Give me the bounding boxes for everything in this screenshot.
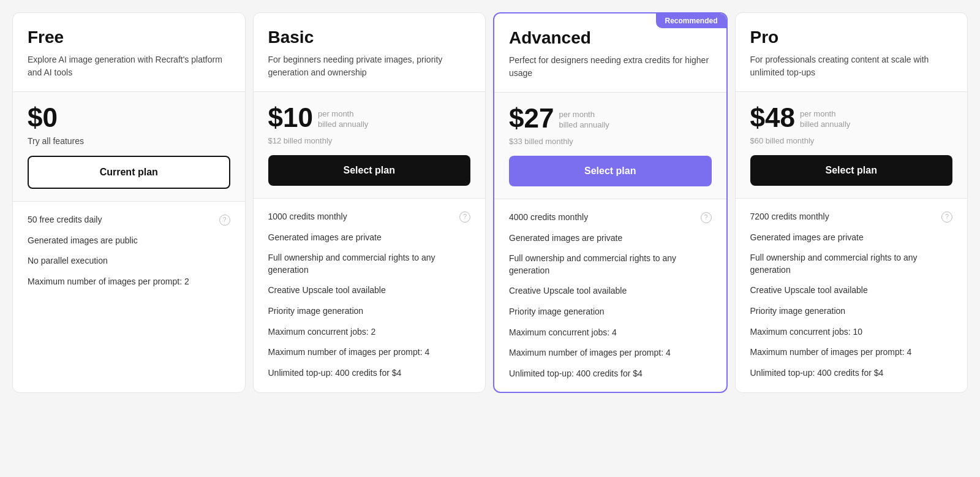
help-icon[interactable]: ? [219,215,230,226]
feature-text: Generated images are private [509,232,712,245]
feature-item: Unlimited top-up: 400 credits for $4 [509,368,712,380]
price-per: per month [800,109,850,120]
feature-item: Generated images are private [268,232,471,244]
current-plan-button[interactable]: Current plan [28,156,230,189]
select-plan-button-advanced[interactable]: Select plan [509,156,712,186]
feature-text: Creative Upscale tool available [750,284,953,297]
plan-name: Advanced [509,28,712,48]
plan-features-free: 50 free credits daily ? Generated images… [13,202,245,392]
feature-text: 1000 credits monthly [268,211,456,223]
plan-name: Basic [268,28,471,47]
feature-item: Priority image generation [750,305,953,318]
recommended-badge: Recommended [656,13,726,28]
plan-card-free: Free Explore AI image generation with Re… [12,12,246,393]
price-row: $10 per month billed annually [268,104,471,131]
plan-name: Free [28,28,230,47]
plan-card-pro: Pro For professionals creating content a… [735,12,968,393]
plan-pricing-advanced: $27 per month billed annually $33 billed… [494,93,726,199]
feature-text: Maximum concurrent jobs: 4 [509,327,712,339]
feature-item: Creative Upscale tool available [750,284,953,297]
feature-item: Full ownership and commercial rights to … [509,253,712,277]
plan-pricing-pro: $48 per month billed annually $60 billed… [736,92,968,199]
price-amount: $10 [268,104,313,131]
feature-text: Unlimited top-up: 400 credits for $4 [268,367,471,380]
feature-text: Maximum concurrent jobs: 2 [268,326,471,338]
feature-text: Priority image generation [268,305,471,318]
feature-text: Maximum number of images per prompt: 4 [268,346,471,359]
feature-text: Maximum number of images per prompt: 2 [28,276,230,288]
feature-item: Generated images are private [750,232,953,244]
price-meta: per month billed annually [800,104,850,130]
feature-item: Unlimited top-up: 400 credits for $4 [750,367,953,380]
feature-item: Maximum concurrent jobs: 4 [509,327,712,339]
plan-pricing-free: $0 Try all features Current plan [13,92,245,202]
feature-text: Unlimited top-up: 400 credits for $4 [509,368,712,380]
try-label: Try all features [28,136,230,146]
feature-item: 7200 credits monthly ? [750,211,953,223]
feature-text: Full ownership and commercial rights to … [509,253,712,277]
plan-description: For professionals creating content at sc… [750,53,953,79]
feature-item: Full ownership and commercial rights to … [268,252,471,276]
plan-description: For beginners needing private images, pr… [268,53,471,79]
feature-text: Generated images are private [750,232,953,244]
plan-card-basic: Basic For beginners needing private imag… [253,12,486,393]
plan-name: Pro [750,28,953,47]
feature-item: Priority image generation [268,305,471,318]
plan-pricing-basic: $10 per month billed annually $12 billed… [254,92,486,199]
feature-text: Creative Upscale tool available [509,285,712,297]
select-plan-button-pro[interactable]: Select plan [750,155,953,186]
plan-header-pro: Pro For professionals creating content a… [736,13,968,92]
feature-text: Full ownership and commercial rights to … [750,252,953,276]
plan-header-free: Free Explore AI image generation with Re… [13,13,245,92]
plans-container: Free Explore AI image generation with Re… [12,12,968,393]
feature-text: Unlimited top-up: 400 credits for $4 [750,367,953,380]
feature-item: Maximum number of images per prompt: 4 [509,347,712,359]
feature-text: No parallel execution [28,255,230,267]
feature-text: Maximum concurrent jobs: 10 [750,326,953,338]
feature-text: Priority image generation [750,305,953,318]
feature-text: 4000 credits monthly [509,212,697,224]
price-amount: $48 [750,104,795,131]
feature-item: Maximum number of images per prompt: 4 [750,346,953,359]
price-meta: per month billed annually [318,104,368,130]
help-icon[interactable]: ? [941,212,952,223]
feature-text: Maximum number of images per prompt: 4 [750,346,953,359]
feature-text: Generated images are private [268,232,471,244]
feature-item: 50 free credits daily ? [28,214,230,226]
select-plan-button-basic[interactable]: Select plan [268,155,471,186]
feature-item: Generated images are private [509,232,712,245]
help-icon[interactable]: ? [459,212,470,223]
price-amount: $0 [28,104,58,131]
feature-text: Priority image generation [509,306,712,318]
feature-item: Maximum concurrent jobs: 2 [268,326,471,338]
feature-text: Maximum number of images per prompt: 4 [509,347,712,359]
feature-item: Maximum concurrent jobs: 10 [750,326,953,338]
plan-description: Explore AI image generation with Recraft… [28,53,230,79]
price-billed-annually: billed annually [318,120,368,130]
plan-features-pro: 7200 credits monthly ? Generated images … [736,199,968,392]
price-row: $0 [28,104,230,131]
feature-item: Full ownership and commercial rights to … [750,252,953,276]
feature-item: Maximum number of images per prompt: 2 [28,276,230,288]
plan-header-basic: Basic For beginners needing private imag… [254,13,486,92]
feature-text: 50 free credits daily [28,214,216,226]
billed-monthly: $33 billed monthly [509,137,712,146]
billed-monthly: $60 billed monthly [750,136,953,145]
price-meta: per month billed annually [559,105,609,131]
feature-item: Unlimited top-up: 400 credits for $4 [268,367,471,380]
price-per: per month [559,110,609,120]
plan-features-advanced: 4000 credits monthly ? Generated images … [494,199,726,392]
feature-item: Priority image generation [509,306,712,318]
feature-item: Creative Upscale tool available [509,285,712,297]
price-row: $48 per month billed annually [750,104,953,131]
help-icon[interactable]: ? [701,212,712,223]
feature-text: Full ownership and commercial rights to … [268,252,471,276]
feature-text: Generated images are public [28,235,230,247]
price-billed-annually: billed annually [559,120,609,131]
feature-item: Generated images are public [28,235,230,247]
feature-item: Creative Upscale tool available [268,284,471,297]
feature-text: 7200 credits monthly [750,211,938,223]
plan-description: Perfect for designers needing extra cred… [509,54,712,80]
plan-features-basic: 1000 credits monthly ? Generated images … [254,199,486,392]
price-billed-annually: billed annually [800,120,850,130]
